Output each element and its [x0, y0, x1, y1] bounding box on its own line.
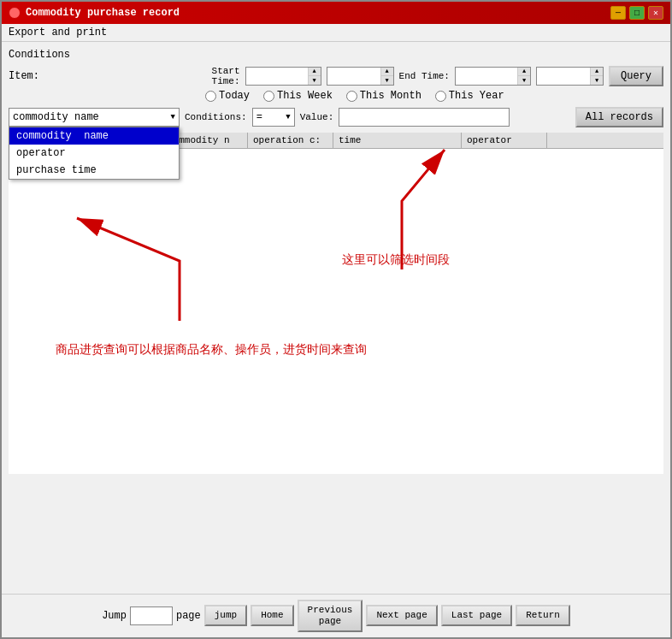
- end-time-input[interactable]: 15:11:24 ▲ ▼: [536, 67, 604, 86]
- item-dropdown-list: commodity name operator purchase time: [9, 127, 180, 180]
- start-date-up[interactable]: ▲: [309, 68, 321, 76]
- content-area: commodity pr commodity n operation c: ti…: [9, 133, 663, 587]
- menu-item-export[interactable]: Export and print: [9, 27, 107, 38]
- radio-this-month-label: This Month: [360, 90, 421, 102]
- radio-this-month[interactable]: This Month: [346, 90, 421, 102]
- end-time-arrows: ▲ ▼: [590, 68, 603, 85]
- next-page-button[interactable]: Next page: [366, 605, 437, 626]
- value-input[interactable]: [339, 108, 510, 127]
- start-date-down[interactable]: ▼: [309, 76, 321, 85]
- start-date-input[interactable]: 2023-07-25 ▲ ▼: [245, 67, 321, 86]
- return-button[interactable]: Return: [516, 605, 570, 626]
- close-button[interactable]: ✕: [648, 6, 663, 20]
- start-date-field[interactable]: 2023-07-25: [246, 68, 308, 85]
- conditions-operator-dropdown[interactable]: = ▼: [252, 108, 295, 127]
- app-icon: [9, 7, 21, 19]
- last-page-button[interactable]: Last page: [441, 605, 512, 626]
- menu-bar: Export and print: [2, 24, 670, 42]
- end-date-up[interactable]: ▲: [518, 68, 530, 76]
- end-time-field[interactable]: 15:11:24: [537, 68, 590, 85]
- value-label: Value:: [300, 112, 334, 122]
- end-date-arrows: ▲ ▼: [517, 68, 530, 85]
- radio-this-year[interactable]: This Year: [435, 90, 504, 102]
- main-window: Commodity purchase record ─ □ ✕ Export a…: [0, 0, 672, 639]
- conditions-operator-arrow-icon: ▼: [286, 113, 290, 121]
- radio-this-year-input[interactable]: [435, 91, 446, 102]
- col-header-4: time: [333, 133, 462, 148]
- window-content: Conditions Item: Start Time: 2023-07-25 …: [2, 42, 670, 594]
- col-header-3: operation c:: [248, 133, 333, 148]
- jump-input[interactable]: [130, 606, 173, 625]
- radio-today-label: Today: [219, 90, 250, 102]
- title-bar-left: Commodity purchase record: [9, 7, 180, 19]
- start-time-up[interactable]: ▲: [381, 68, 393, 76]
- start-time-field[interactable]: 00:00:00: [327, 68, 380, 85]
- radio-today[interactable]: Today: [205, 90, 250, 102]
- dropdown-item-purchase-time[interactable]: purchase time: [9, 162, 179, 179]
- bottom-bar: Jump page jump Home Previous page Next p…: [2, 594, 670, 637]
- end-time-up[interactable]: ▲: [591, 68, 603, 76]
- title-buttons: ─ □ ✕: [610, 6, 663, 20]
- radio-this-week[interactable]: This Week: [263, 90, 333, 102]
- item-dropdown-value: commodity name: [13, 111, 99, 123]
- start-time-down[interactable]: ▼: [381, 76, 393, 85]
- query-button[interactable]: Query: [609, 66, 663, 86]
- filter-row-1: Item: Start Time: 2023-07-25 ▲ ▼ 00:00:0…: [9, 66, 663, 86]
- jump-button[interactable]: jump: [204, 605, 247, 626]
- minimize-button[interactable]: ─: [610, 6, 626, 20]
- end-date-input[interactable]: 2023-07-25 ▲ ▼: [455, 67, 531, 86]
- dropdown-item-commodity-name[interactable]: commodity name: [9, 127, 179, 145]
- all-records-button[interactable]: All records: [575, 107, 663, 127]
- start-date-arrows: ▲ ▼: [308, 68, 321, 85]
- filter-row-2: commodity name ▼ commodity name operator…: [9, 107, 663, 127]
- radio-this-week-label: This Week: [277, 90, 333, 102]
- item-dropdown[interactable]: commodity name ▼: [9, 108, 180, 127]
- table-body: [9, 149, 663, 474]
- conditions-section-label: Conditions: [9, 49, 663, 61]
- end-time-label: End Time:: [399, 71, 450, 81]
- conditions-operator-value: =: [256, 111, 262, 123]
- title-bar: Commodity purchase record ─ □ ✕: [2, 2, 670, 24]
- end-date-down[interactable]: ▼: [518, 76, 530, 85]
- home-button[interactable]: Home: [251, 605, 293, 626]
- start-time-input[interactable]: 00:00:00 ▲ ▼: [327, 67, 394, 86]
- window-title: Commodity purchase record: [26, 7, 180, 19]
- radio-row: Today This Week This Month This Year: [9, 90, 663, 102]
- start-time-arrows: ▲ ▼: [380, 68, 393, 85]
- jump-label: Jump: [102, 610, 127, 622]
- end-date-field[interactable]: 2023-07-25: [456, 68, 517, 85]
- col-header-5: operator: [462, 133, 547, 148]
- item-label: Item:: [9, 70, 39, 82]
- maximize-button[interactable]: □: [629, 6, 645, 20]
- dropdown-item-operator[interactable]: operator: [9, 145, 179, 162]
- radio-this-week-input[interactable]: [263, 91, 274, 102]
- radio-this-month-input[interactable]: [346, 91, 357, 102]
- conditions-label: Conditions:: [185, 112, 247, 122]
- start-time-label: Start Time:: [212, 66, 240, 86]
- prev-page-button[interactable]: Previous page: [298, 600, 363, 632]
- end-time-down[interactable]: ▼: [591, 76, 603, 85]
- dropdown-arrow-icon: ▼: [171, 113, 175, 121]
- item-dropdown-wrapper: commodity name ▼ commodity name operator…: [9, 108, 180, 127]
- radio-today-input[interactable]: [205, 91, 216, 102]
- radio-this-year-label: This Year: [449, 90, 504, 102]
- page-label: page: [176, 610, 201, 622]
